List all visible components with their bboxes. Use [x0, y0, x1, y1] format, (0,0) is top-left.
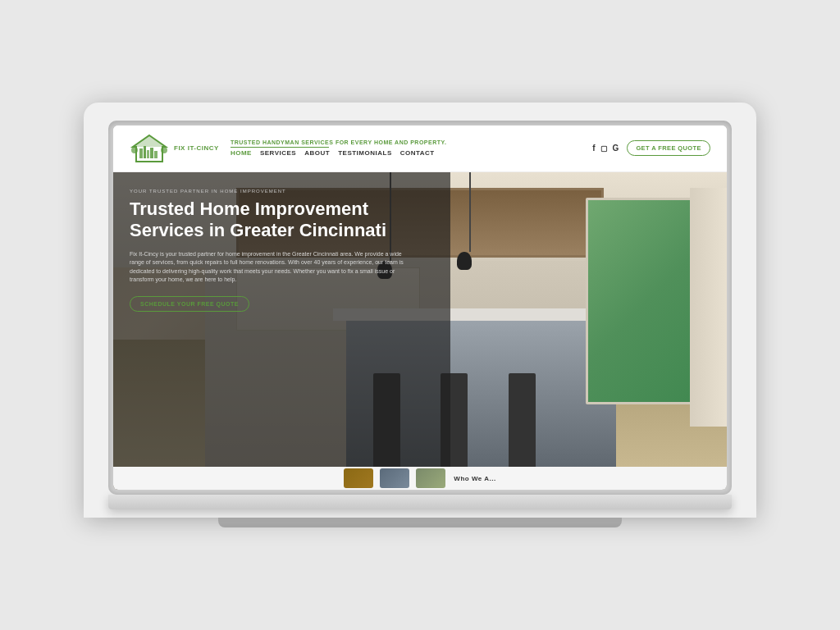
peek-thumb-3 — [416, 468, 445, 488]
logo-icon — [130, 132, 169, 165]
svg-rect-3 — [144, 146, 146, 158]
svg-rect-5 — [150, 148, 153, 158]
bottom-peek-section: Who We A... — [113, 467, 727, 490]
svg-marker-1 — [133, 135, 166, 147]
section-heading-peek: Who We A... — [454, 475, 495, 482]
google-icon[interactable]: G — [613, 144, 619, 153]
svg-rect-4 — [147, 150, 149, 158]
hero-content: YOUR TRUSTED PARTNER IN HOME IMPROVEMENT… — [130, 189, 436, 312]
site-header: FIX IT-CINCY TRUSTED HANDYMAN SERVICES F… — [113, 126, 727, 172]
svg-point-7 — [131, 147, 138, 153]
hero-eyebrow: YOUR TRUSTED PARTNER IN HOME IMPROVEMENT — [130, 189, 436, 194]
nav-testimonials[interactable]: TESTIMONIALS — [338, 149, 392, 157]
screen-border: FIX IT-CINCY TRUSTED HANDYMAN SERVICES F… — [108, 121, 732, 495]
hero-description: Fix It-Cincy is your trusted partner for… — [130, 250, 406, 285]
laptop-mockup: FIX IT-CINCY TRUSTED HANDYMAN SERVICES F… — [84, 103, 756, 527]
tagline-divider — [231, 147, 329, 148]
social-icons: f ▢ G — [592, 144, 619, 153]
laptop-screen: FIX IT-CINCY TRUSTED HANDYMAN SERVICES F… — [113, 126, 727, 490]
svg-rect-6 — [154, 151, 158, 158]
hero-cta-button[interactable]: SCHEDULE YOUR FREE QUOTE — [130, 296, 249, 312]
main-nav: HOME SERVICES ABOUT TESTIMONIALS CONTACT — [231, 149, 446, 157]
logo-text: FIX IT-CINCY — [174, 144, 219, 152]
nav-home[interactable]: HOME — [231, 149, 252, 157]
header-tagline-block: TRUSTED HANDYMAN SERVICES FOR EVERY HOME… — [231, 139, 446, 157]
svg-point-8 — [161, 147, 167, 153]
logo-name: FIX IT-CINCY — [174, 144, 219, 152]
laptop-body: FIX IT-CINCY TRUSTED HANDYMAN SERVICES F… — [84, 103, 756, 518]
nav-about[interactable]: ABOUT — [304, 149, 330, 157]
site-tagline: TRUSTED HANDYMAN SERVICES FOR EVERY HOME… — [231, 139, 446, 145]
website-content: FIX IT-CINCY TRUSTED HANDYMAN SERVICES F… — [113, 126, 727, 490]
header-left: FIX IT-CINCY TRUSTED HANDYMAN SERVICES F… — [130, 132, 446, 165]
logo-container: FIX IT-CINCY — [130, 132, 219, 165]
header-right: f ▢ G GET A FREE QUOTE — [592, 140, 710, 156]
hero-section: YOUR TRUSTED PARTNER IN HOME IMPROVEMENT… — [113, 172, 727, 490]
get-free-quote-button[interactable]: GET A FREE QUOTE — [627, 140, 710, 156]
facebook-icon[interactable]: f — [592, 144, 595, 153]
laptop-base — [108, 495, 732, 509]
nav-contact[interactable]: CONTACT — [400, 149, 435, 157]
svg-rect-2 — [139, 148, 143, 158]
nav-services[interactable]: SERVICES — [260, 149, 296, 157]
peek-thumb-2 — [380, 468, 409, 488]
hero-title: Trusted Home Improvement Services in Gre… — [130, 199, 436, 242]
laptop-stand — [218, 518, 622, 527]
peek-thumb-1 — [344, 468, 373, 488]
instagram-icon[interactable]: ▢ — [600, 144, 608, 153]
peek-thumbnails — [344, 468, 445, 488]
